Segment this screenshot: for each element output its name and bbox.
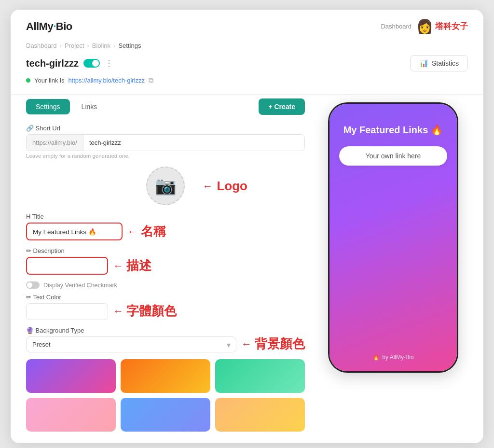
bg-arrow: ← [241,338,252,350]
phone-preview: My Featured Links 🔥 Your own link here 🔥… [328,102,458,373]
bg-annotation-text: 背景顏色 [255,336,305,352]
short-url-hint: Leave empty for a random generated one. [26,153,305,159]
text-color-label: ✏ Text Color [26,294,108,301]
desc-input[interactable] [26,257,108,275]
copy-icon[interactable]: ⧉ [149,76,153,84]
right-panel: My Featured Links 🔥 Your own link here 🔥… [318,98,468,432]
text-color-section: ✏ Text Color ← 字體顏色 [26,294,305,320]
main-card: AllMy·Bio Dashboard 👩 塔科女子 Dashboard › P… [11,10,483,443]
bg-type-select[interactable]: Preset Solid Gradient Image [26,336,236,352]
title-label: H Title [26,213,305,220]
create-button[interactable]: + Create [259,98,305,115]
link-url[interactable]: https://allmy.bio/tech-girlzzz [68,77,145,84]
link-line: Your link is https://allmy.bio/tech-girl… [11,74,483,90]
statistics-button[interactable]: 📊 Statistics [410,55,468,71]
logo-upload-wrapper: 📷 ← Logo [146,167,185,205]
app-logo: AllMy·Bio [26,20,72,33]
short-url-prefix: https://allmy.bio/ [27,135,83,151]
breadcrumb: Dashboard › Project › Biolink › Settings [11,39,483,51]
phone-screen: My Featured Links 🔥 Your own link here 🔥… [329,104,457,371]
left-panel: Settings Links + Create 🔗 Short Url http… [26,98,318,432]
phone-title-emoji: 🔥 [431,124,443,136]
text-color-annotation-text: 字體顏色 [126,303,177,320]
swatch-purple-pink[interactable] [26,359,116,393]
verified-row: Display Verified Checkmark [26,281,305,289]
breadcrumb-biolink[interactable]: Biolink [92,42,110,49]
user-name: 塔科女子 [435,21,468,32]
top-bar: AllMy·Bio Dashboard 👩 塔科女子 [11,10,483,39]
tab-links[interactable]: Links [72,99,107,114]
text-color-annotation: ← 字體顏色 [113,303,177,320]
breadcrumb-sep-1: › [60,42,62,49]
title-annotation: ← 名稱 [127,223,166,240]
desc-input-row: ← 描述 [26,257,305,275]
phone-powered-by: 🔥 by AllMy·Bio [329,354,457,361]
text-color-arrow: ← [113,305,124,318]
project-bar: tech-girlzzz ⋮ 📊 Statistics [11,51,483,74]
phone-link-button: Your own link here [339,146,447,166]
bg-type-select-wrapper: Preset Solid Gradient Image [26,336,236,352]
phone-preview-title: My Featured Links 🔥 [343,124,443,136]
stats-button-label: Statistics [432,59,459,67]
breadcrumb-project[interactable]: Project [65,42,84,49]
tab-bar: Settings Links + Create [26,98,305,115]
breadcrumb-current: Settings [118,42,141,49]
bg-type-label: 🔮 Background Type [26,327,236,334]
content-area: Settings Links + Create 🔗 Short Url http… [11,98,483,443]
user-area: Dashboard 👩 塔科女子 [381,18,468,34]
logo-dot: · [53,20,56,32]
project-toggle[interactable] [83,59,100,68]
camera-icon: 📷 [155,176,177,196]
powered-emoji: 🔥 [372,354,380,361]
link-label: Your link is [34,77,64,84]
swatch-teal-mint[interactable] [215,359,305,393]
swatch-pink-rose[interactable] [26,398,116,432]
desc-annotation: ← 描述 [113,257,151,274]
verified-toggle[interactable] [26,281,40,289]
short-url-section: 🔗 Short Url https://allmy.bio/ Leave emp… [26,125,305,159]
swatches-grid [26,359,305,432]
project-title-row: tech-girlzzz ⋮ [26,58,113,69]
desc-label: ✏ Description [26,247,305,254]
bg-type-section: 🔮 Background Type Preset Solid Gradient … [26,327,305,352]
tab-settings[interactable]: Settings [26,99,70,114]
breadcrumb-dashboard[interactable]: Dashboard [26,42,57,49]
swatch-orange-yellow[interactable] [121,359,210,393]
text-color-input[interactable] [26,303,108,320]
swatch-blue-indigo[interactable] [121,398,210,432]
verified-label: Display Verified Checkmark [43,282,117,289]
title-input-row: ← 名稱 [26,223,305,240]
project-name: tech-girlzzz [26,58,79,69]
user-character: 👩 塔科女子 [416,18,468,34]
short-url-input[interactable] [83,135,304,151]
logo-upload-button[interactable]: 📷 [146,167,185,205]
powered-text: by AllMy·Bio [382,354,413,361]
logo-annotation-text: Logo [217,179,247,194]
swatch-peach-yellow[interactable] [215,398,305,432]
title-arrow: ← [127,225,138,238]
title-input[interactable] [26,223,123,240]
logo-upload-area: 📷 ← Logo [26,167,305,205]
stats-chart-icon: 📊 [419,59,428,68]
desc-arrow: ← [113,260,124,272]
desc-annotation-text: 描述 [126,257,151,274]
breadcrumb-sep-3: › [113,42,115,49]
phone-title-text: My Featured Links [343,125,428,136]
active-indicator [26,78,30,83]
user-avatar-emoji: 👩 [416,18,433,34]
more-options-icon[interactable]: ⋮ [105,58,113,69]
title-annotation-text: 名稱 [141,223,166,240]
short-url-row: https://allmy.bio/ [26,134,305,151]
tabs: Settings Links [26,99,107,114]
short-url-label: 🔗 Short Url [26,125,305,132]
logo-annotation: ← Logo [202,179,247,194]
bg-annotation: ← 背景顏色 [241,336,305,352]
desc-section: ✏ Description ← 描述 [26,247,305,275]
breadcrumb-sep-2: › [87,42,89,49]
logo-arrow: ← [202,180,213,192]
dashboard-label: Dashboard [381,23,412,30]
title-section: H Title ← 名稱 [26,213,305,240]
